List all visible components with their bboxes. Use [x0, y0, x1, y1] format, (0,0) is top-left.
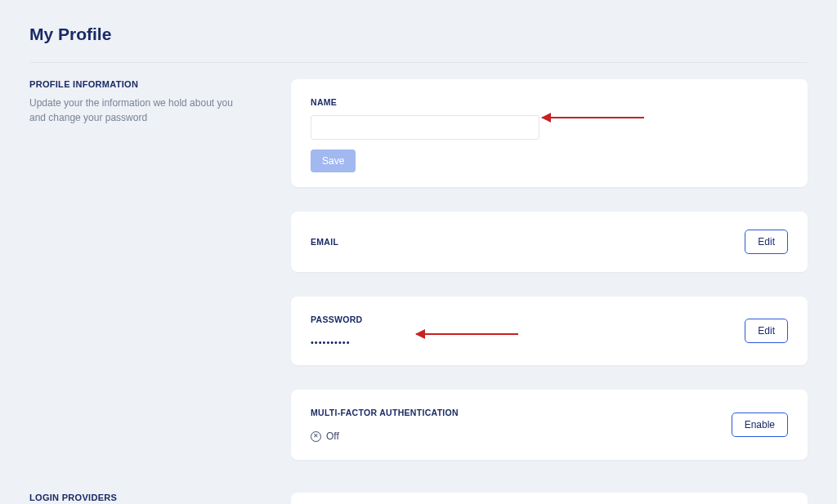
name-label: NAME	[311, 97, 788, 107]
divider	[29, 62, 808, 63]
mfa-status: ✕ Off	[311, 430, 459, 442]
section-login-providers: LOGIN PROVIDERS Connect an external logi…	[29, 493, 808, 504]
name-input[interactable]	[311, 115, 539, 140]
edit-password-button[interactable]: Edit	[745, 319, 788, 343]
name-card: NAME Save	[291, 79, 808, 187]
email-card: EMAIL Edit	[291, 212, 808, 272]
profile-info-heading: PROFILE INFORMATION	[29, 79, 275, 89]
annotation-arrow	[416, 333, 518, 335]
edit-email-button[interactable]: Edit	[745, 230, 788, 254]
password-card: PASSWORD •••••••••• Edit	[291, 297, 808, 365]
mfa-status-text: Off	[326, 430, 339, 442]
login-providers-heading: LOGIN PROVIDERS	[29, 493, 275, 502]
enable-mfa-button[interactable]: Enable	[732, 413, 788, 437]
off-icon: ✕	[311, 431, 321, 442]
profile-info-description: Update your the information we hold abou…	[29, 96, 242, 125]
save-button[interactable]: Save	[311, 149, 356, 172]
mfa-card: MULTI-FACTOR AUTHENTICATION ✕ Off Enable	[291, 390, 808, 460]
annotation-arrow	[542, 117, 644, 118]
password-masked: ••••••••••	[311, 337, 362, 347]
mfa-label: MULTI-FACTOR AUTHENTICATION	[311, 408, 459, 417]
login-providers-card: AVAILABLE LOGIN PROVIDERS Google Connect	[291, 493, 808, 504]
password-label: PASSWORD	[311, 314, 362, 324]
section-profile-information: PROFILE INFORMATION Update your the info…	[29, 79, 808, 460]
email-label: EMAIL	[311, 237, 338, 247]
page-title: My Profile	[29, 25, 808, 44]
